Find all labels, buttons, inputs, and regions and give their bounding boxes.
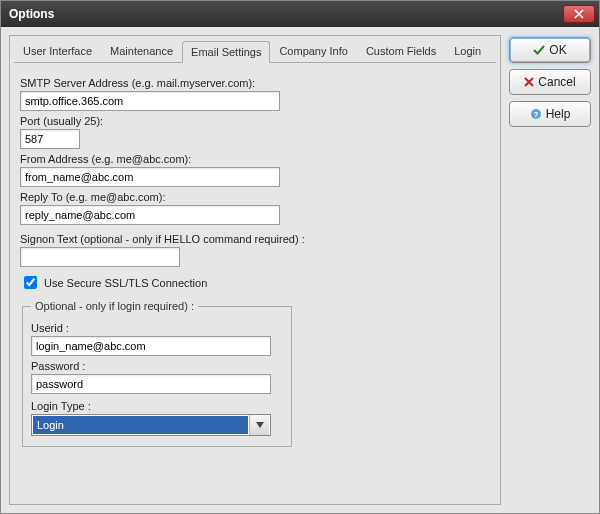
cancel-button[interactable]: Cancel xyxy=(509,69,591,95)
tab-custom-fields[interactable]: Custom Fields xyxy=(357,40,445,62)
logintype-label: Login Type : xyxy=(31,400,283,412)
ssl-label: Use Secure SSL/TLS Connection xyxy=(44,277,207,289)
smtp-input[interactable] xyxy=(20,91,280,111)
close-button[interactable] xyxy=(563,5,595,23)
tab-user-interface[interactable]: User Interface xyxy=(14,40,101,62)
tab-email-settings[interactable]: Email Settings xyxy=(182,41,270,63)
smtp-label: SMTP Server Address (e.g. mail.myserver.… xyxy=(20,77,490,89)
reply-label: Reply To (e.g. me@abc.com): xyxy=(20,191,490,203)
help-label: Help xyxy=(546,107,571,121)
password-input[interactable] xyxy=(31,374,271,394)
password-label: Password : xyxy=(31,360,283,372)
tab-maintenance[interactable]: Maintenance xyxy=(101,40,182,62)
userid-label: Userid : xyxy=(31,322,283,334)
titlebar: Options xyxy=(1,1,599,27)
port-input[interactable] xyxy=(20,129,80,149)
login-optional-group: Optional - only if login required) : Use… xyxy=(22,300,292,447)
signon-label: Signon Text (optional - only if HELLO co… xyxy=(20,233,490,245)
userid-input[interactable] xyxy=(31,336,271,356)
tab-login[interactable]: Login xyxy=(445,40,490,62)
x-icon xyxy=(524,77,534,87)
dropdown-button[interactable] xyxy=(249,415,269,435)
close-icon xyxy=(574,9,584,19)
cancel-label: Cancel xyxy=(538,75,575,89)
svg-text:?: ? xyxy=(533,110,538,119)
help-icon: ? xyxy=(530,108,542,120)
logintype-value: Login xyxy=(33,416,248,434)
from-label: From Address (e.g. me@abc.com): xyxy=(20,153,490,165)
from-input[interactable] xyxy=(20,167,280,187)
dialog-buttons: OK Cancel ? Help xyxy=(509,35,591,505)
ok-label: OK xyxy=(549,43,566,57)
tab-container: User Interface Maintenance Email Setting… xyxy=(9,35,501,505)
check-icon xyxy=(533,44,545,56)
help-button[interactable]: ? Help xyxy=(509,101,591,127)
logintype-select[interactable]: Login xyxy=(31,414,271,436)
ok-button[interactable]: OK xyxy=(509,37,591,63)
email-settings-panel: SMTP Server Address (e.g. mail.myserver.… xyxy=(10,63,500,504)
signon-input[interactable] xyxy=(20,247,180,267)
tab-strip: User Interface Maintenance Email Setting… xyxy=(10,36,500,62)
options-dialog: Options User Interface Maintenance Email… xyxy=(0,0,600,514)
window-title: Options xyxy=(9,7,563,21)
port-label: Port (usually 25): xyxy=(20,115,490,127)
reply-input[interactable] xyxy=(20,205,280,225)
tab-company-info[interactable]: Company Info xyxy=(270,40,356,62)
login-optional-legend: Optional - only if login required) : xyxy=(31,300,198,312)
chevron-down-icon xyxy=(256,422,264,428)
ssl-checkbox[interactable] xyxy=(24,276,37,289)
